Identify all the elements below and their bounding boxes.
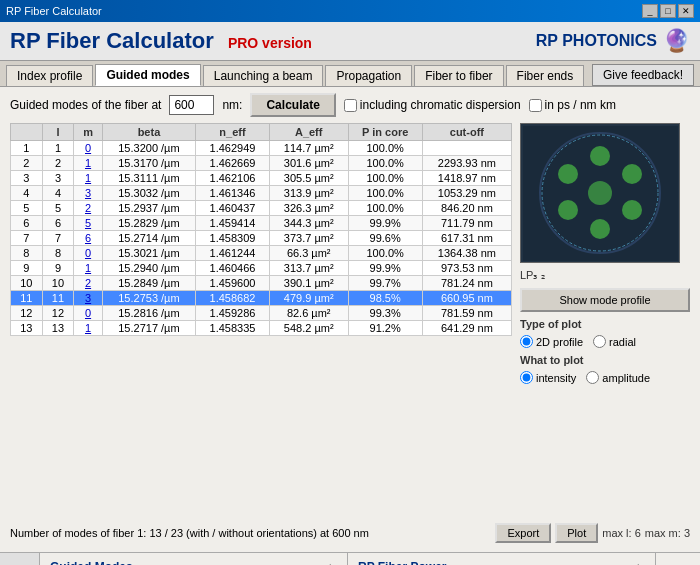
cell-beta: 15.2816 /µm bbox=[102, 306, 195, 321]
bottom-logo-area: 🔮 bbox=[655, 553, 700, 565]
svg-point-5 bbox=[622, 200, 642, 220]
cell-l: 12 bbox=[42, 306, 74, 321]
what-to-plot-title: What to plot bbox=[520, 354, 690, 366]
cell-cutoff: 2293.93 nm bbox=[422, 156, 511, 171]
calculate-button[interactable]: Calculate bbox=[250, 93, 335, 117]
cell-aeff: 548.2 µm² bbox=[269, 321, 348, 336]
data-table-container: l m beta n_eff A_eff P in core cut-off 1… bbox=[10, 123, 512, 516]
cell-cutoff: 973.53 nm bbox=[422, 261, 511, 276]
cell-neff: 1.459286 bbox=[196, 306, 270, 321]
table-row[interactable]: 55215.2937 /µm1.460437326.3 µm²100.0%846… bbox=[11, 201, 512, 216]
tab-fiber-to-fiber[interactable]: Fiber to fiber bbox=[414, 65, 503, 86]
cell-neff: 1.460437 bbox=[196, 201, 270, 216]
app-branding: RP Fiber Calculator PRO version bbox=[10, 28, 312, 54]
cell-aeff: 373.7 µm² bbox=[269, 231, 348, 246]
window-controls: _ □ ✕ bbox=[642, 4, 694, 18]
cell-m[interactable]: 3 bbox=[74, 186, 103, 201]
table-row[interactable]: 66515.2829 /µm1.459414344.3 µm²99.9%711.… bbox=[11, 216, 512, 231]
show-mode-profile-button[interactable]: Show mode profile bbox=[520, 288, 690, 312]
cell-m[interactable]: 0 bbox=[74, 246, 103, 261]
feedback-button[interactable]: Give feedback! bbox=[592, 64, 694, 86]
cell-beta: 15.2829 /µm bbox=[102, 216, 195, 231]
tab-launching-beam[interactable]: Launching a beam bbox=[203, 65, 324, 86]
cell-aeff: 82.6 µm² bbox=[269, 306, 348, 321]
close-button[interactable]: ✕ bbox=[678, 4, 694, 18]
cell-pcore: 99.7% bbox=[348, 276, 422, 291]
radio-amplitude[interactable] bbox=[586, 371, 599, 384]
cell-index: 11 bbox=[11, 291, 43, 306]
cell-m[interactable]: 6 bbox=[74, 231, 103, 246]
cell-m[interactable]: 1 bbox=[74, 171, 103, 186]
tab-index-profile[interactable]: Index profile bbox=[6, 65, 93, 86]
tab-guided-modes[interactable]: Guided modes bbox=[95, 64, 200, 86]
rp-fiber-power-collapse-button[interactable]: ▲ bbox=[631, 559, 645, 565]
svg-point-6 bbox=[590, 219, 610, 239]
cell-index: 1 bbox=[11, 141, 43, 156]
cell-cutoff: 781.24 nm bbox=[422, 276, 511, 291]
bottom-info-row: Number of modes of fiber 1: 13 / 23 (wit… bbox=[10, 520, 690, 546]
cell-pcore: 100.0% bbox=[348, 141, 422, 156]
cell-neff: 1.458309 bbox=[196, 231, 270, 246]
bottom-panel: ? Guided Modes ▲ Here you get the proper… bbox=[0, 552, 700, 565]
cell-m[interactable]: 3 bbox=[74, 291, 103, 306]
col-header-m: m bbox=[74, 124, 103, 141]
cell-beta: 15.3021 /µm bbox=[102, 246, 195, 261]
cell-m[interactable]: 1 bbox=[74, 156, 103, 171]
cell-index: 3 bbox=[11, 171, 43, 186]
export-button[interactable]: Export bbox=[495, 523, 551, 543]
minimize-button[interactable]: _ bbox=[642, 4, 658, 18]
cell-m[interactable]: 2 bbox=[74, 201, 103, 216]
table-row[interactable]: 1010215.2849 /µm1.459600390.1 µm²99.7%78… bbox=[11, 276, 512, 291]
table-row[interactable]: 44315.3032 /µm1.461346313.9 µm²100.0%105… bbox=[11, 186, 512, 201]
tab-fiber-ends[interactable]: Fiber ends bbox=[506, 65, 585, 86]
table-row[interactable]: 22115.3170 /µm1.462669301.6 µm²100.0%229… bbox=[11, 156, 512, 171]
radio-2d[interactable] bbox=[520, 335, 533, 348]
cell-l: 13 bbox=[42, 321, 74, 336]
cell-l: 1 bbox=[42, 141, 74, 156]
table-row[interactable]: 1111315.2753 /µm1.458682479.9 µm²98.5%66… bbox=[11, 291, 512, 306]
cell-beta: 15.3032 /µm bbox=[102, 186, 195, 201]
right-panel: LP₃ ₂ Show mode profile Type of plot 2D … bbox=[520, 123, 690, 516]
table-row[interactable]: 33115.3111 /µm1.462106305.5 µm²100.0%141… bbox=[11, 171, 512, 186]
cell-aeff: 114.7 µm² bbox=[269, 141, 348, 156]
ps-nm-checkbox[interactable] bbox=[529, 99, 542, 112]
cell-m[interactable]: 1 bbox=[74, 321, 103, 336]
wavelength-input[interactable] bbox=[169, 95, 214, 115]
cell-m[interactable]: 0 bbox=[74, 306, 103, 321]
type-of-plot-title: Type of plot bbox=[520, 318, 690, 330]
plot-button[interactable]: Plot bbox=[555, 523, 598, 543]
maximize-button[interactable]: □ bbox=[660, 4, 676, 18]
app-title: RP Fiber Calculator PRO version bbox=[10, 28, 312, 53]
help-icon-area[interactable]: ? bbox=[0, 553, 40, 565]
logo-icon: 🔮 bbox=[663, 28, 690, 54]
table-row[interactable]: 1313115.2717 /µm1.458335548.2 µm²91.2%64… bbox=[11, 321, 512, 336]
radio-radial[interactable] bbox=[593, 335, 606, 348]
max-l-text: max l: 6 bbox=[602, 527, 641, 539]
cell-pcore: 100.0% bbox=[348, 201, 422, 216]
radio-2d-label: 2D profile bbox=[520, 335, 583, 348]
cell-beta: 15.2717 /µm bbox=[102, 321, 195, 336]
cell-l: 4 bbox=[42, 186, 74, 201]
cell-m[interactable]: 0 bbox=[74, 141, 103, 156]
cell-index: 2 bbox=[11, 156, 43, 171]
cell-neff: 1.459600 bbox=[196, 276, 270, 291]
chromatic-checkbox[interactable] bbox=[344, 99, 357, 112]
table-row[interactable]: 88015.3021 /µm1.46124466.3 µm²100.0%1364… bbox=[11, 246, 512, 261]
cell-neff: 1.461244 bbox=[196, 246, 270, 261]
cell-cutoff: 781.59 nm bbox=[422, 306, 511, 321]
table-row[interactable]: 1212015.2816 /µm1.45928682.6 µm²99.3%781… bbox=[11, 306, 512, 321]
table-row[interactable]: 11015.3200 /µm1.462949114.7 µm²100.0% bbox=[11, 141, 512, 156]
cell-beta: 15.2849 /µm bbox=[102, 276, 195, 291]
cell-index: 8 bbox=[11, 246, 43, 261]
tab-propagation[interactable]: Propagation bbox=[325, 65, 412, 86]
cell-cutoff: 660.95 nm bbox=[422, 291, 511, 306]
controls-prefix: Guided modes of the fiber at bbox=[10, 98, 161, 112]
cell-m[interactable]: 2 bbox=[74, 276, 103, 291]
cell-m[interactable]: 5 bbox=[74, 216, 103, 231]
guided-modes-collapse-button[interactable]: ▲ bbox=[323, 559, 337, 565]
logo-rp: RP P bbox=[536, 32, 573, 50]
cell-m[interactable]: 1 bbox=[74, 261, 103, 276]
radio-intensity[interactable] bbox=[520, 371, 533, 384]
table-row[interactable]: 99115.2940 /µm1.460466313.7 µm²99.9%973.… bbox=[11, 261, 512, 276]
table-row[interactable]: 77615.2714 /µm1.458309373.7 µm²99.6%617.… bbox=[11, 231, 512, 246]
